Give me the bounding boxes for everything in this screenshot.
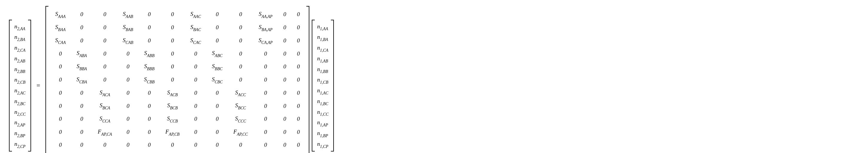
- equals-sign: =: [33, 82, 43, 89]
- lhs-entry: n2,BA: [14, 32, 26, 43]
- matrix-cell: 0: [253, 47, 278, 60]
- matrix-cell: 0: [118, 112, 139, 125]
- rhs-vector: n1,AAn1,BAn1,CAn1,ABn1,BBn1,CBn1,ACn1,BC…: [312, 20, 334, 152]
- matrix-cell: 0: [139, 86, 160, 99]
- matrix-cell: 0: [160, 60, 185, 73]
- matrix-cell: 0: [71, 112, 92, 125]
- bracket-right-icon: [28, 20, 31, 152]
- matrix-cell: 0: [278, 151, 292, 153]
- matrix-cell: 0: [185, 86, 207, 99]
- matrix-cell: 0: [228, 60, 253, 73]
- matrix-cell: SCAA: [50, 34, 71, 47]
- matrix-cell: 0: [228, 73, 253, 86]
- matrix-cell: SAAC: [185, 8, 207, 21]
- lhs-entry: n2,BP: [14, 128, 26, 139]
- matrix-cell: 0: [50, 139, 71, 151]
- matrix-cell: 0: [50, 86, 71, 99]
- matrix-row: SCAA00SCAB00SCAC00SCA,AP00: [50, 34, 305, 47]
- matrix-cell: SCBC: [207, 73, 228, 86]
- matrix-cell: SABA: [71, 47, 92, 60]
- matrix-cell: 0: [292, 151, 306, 153]
- matrix-cell: 0: [207, 86, 228, 99]
- matrix-cell: 0: [228, 34, 253, 47]
- matrix-cell: 0: [207, 112, 228, 125]
- matrix-cell: 0: [50, 73, 71, 86]
- rhs-entry: n1,CP: [317, 139, 329, 150]
- matrix-cell: SCCA: [92, 112, 117, 125]
- lhs-entry: n2,AB: [14, 54, 26, 64]
- matrix-cell: 0: [292, 60, 306, 73]
- rhs-entry: n1,AC: [317, 86, 329, 96]
- bracket-left-icon: [312, 20, 315, 152]
- matrix-cell: 0: [292, 139, 306, 151]
- rhs-entry: n1,AB: [317, 54, 329, 64]
- lhs-entry: n2,CC: [14, 107, 26, 118]
- matrix-cell: 0: [207, 151, 228, 153]
- matrix-cell: 0: [253, 112, 278, 125]
- matrix-row: 0SBBA00SBBB00SBBC0000: [50, 60, 305, 73]
- lhs-vector: n2,AAn2,BAn2,CAn2,ABn2,BBn2,CBn2,ACn2,BC…: [9, 20, 31, 152]
- matrix-row: 000000000000: [50, 139, 305, 151]
- coefficient-matrix: SAAA00SAAB00SAAC00SAA,AP00SBAA00SBAB00SB…: [45, 6, 309, 153]
- matrix-row: SAAA00SAAB00SAAC00SAA,AP00: [50, 8, 305, 21]
- matrix-cell: 0: [50, 60, 71, 73]
- matrix-row: 0SCBA00SCBB00SCBC0000: [50, 73, 305, 86]
- matrix-cell: 0: [292, 112, 306, 125]
- matrix-cell: 0: [185, 125, 207, 139]
- matrix-cell: SBAC: [185, 21, 207, 34]
- matrix-cell: SCBA: [71, 73, 92, 86]
- matrix-cell: 0: [207, 8, 228, 21]
- matrix-cell: 0: [185, 60, 207, 73]
- rhs-entry: n1,AA: [317, 22, 329, 32]
- matrix-cell: 0: [139, 151, 160, 153]
- matrix-cell: SBCA: [92, 99, 117, 112]
- matrix-cell: SABC: [207, 47, 228, 60]
- bracket-right-icon: [331, 20, 334, 152]
- matrix-cell: 0: [207, 99, 228, 112]
- matrix-cell: 0: [278, 60, 292, 73]
- matrix-row: SBAA00SBAB00SBAC00SBA,AP00: [50, 21, 305, 34]
- matrix-cell: SACB: [160, 86, 185, 99]
- matrix-cell: 0: [160, 139, 185, 151]
- lhs-entry: n2,AA: [14, 22, 26, 32]
- matrix-cell: 0: [207, 139, 228, 151]
- matrix-cell: 0: [50, 112, 71, 125]
- matrix-cell: 0: [71, 21, 92, 34]
- matrix-cell: SBAB: [118, 21, 139, 34]
- matrix-equation: n2,AAn2,BAn2,CAn2,ABn2,BBn2,CBn2,ACn2,BC…: [9, 6, 859, 153]
- matrix-cell: SAAB: [118, 8, 139, 21]
- matrix-cell: 0: [139, 112, 160, 125]
- lhs-entry: n2,CB: [14, 75, 26, 86]
- matrix-cell: 0: [185, 73, 207, 86]
- matrix-cell: SABB: [139, 47, 160, 60]
- matrix-cell: SCCC: [228, 112, 253, 125]
- matrix-cell: 0: [139, 139, 160, 151]
- lhs-entry: n2,CP: [14, 139, 26, 150]
- matrix-cell: SCBB: [139, 73, 160, 86]
- matrix-cell: 0: [139, 125, 160, 139]
- matrix-cell: SBCC: [228, 99, 253, 112]
- matrix-cell: 0: [278, 112, 292, 125]
- matrix-cell: 0: [71, 151, 92, 153]
- matrix-cell: SBBC: [207, 60, 228, 73]
- matrix-cell: 0: [207, 125, 228, 139]
- lhs-entry: n2,CA: [14, 43, 26, 54]
- matrix-cell: 0: [253, 139, 278, 151]
- matrix-cell: 0: [292, 21, 306, 34]
- matrix-cell: 0: [118, 139, 139, 151]
- matrix-cell: 0: [118, 125, 139, 139]
- matrix-cell: 0: [50, 47, 71, 60]
- matrix-cell: 0: [71, 99, 92, 112]
- matrix-cell: FAP,CB: [160, 125, 185, 139]
- rhs-entry: n1,CC: [317, 107, 329, 118]
- matrix-row: 00SACA00SACB00SACC000: [50, 86, 305, 99]
- matrix-cell: 0: [118, 99, 139, 112]
- matrix-cell: SACA: [92, 86, 117, 99]
- matrix-cell: SCCB: [160, 112, 185, 125]
- matrix-cell: 0: [71, 125, 92, 139]
- matrix-cell: 0: [50, 125, 71, 139]
- matrix-cell: 0: [185, 139, 207, 151]
- rhs-entry: n1,BC: [317, 96, 329, 107]
- bracket-right-icon: [306, 6, 309, 153]
- matrix-row: 000000000000: [50, 151, 305, 153]
